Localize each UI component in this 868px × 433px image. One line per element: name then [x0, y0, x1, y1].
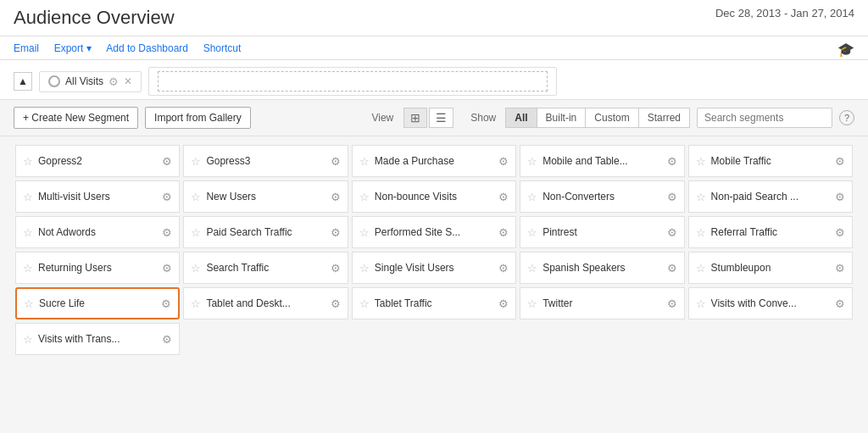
gear-icon[interactable]: ⚙ [667, 297, 677, 310]
gear-icon[interactable]: ⚙ [162, 191, 172, 203]
segment-name: Not Adwords [38, 226, 157, 238]
gear-icon[interactable]: ⚙ [835, 191, 845, 203]
date-range: Dec 28, 2013 - Jan 27, 2014 [715, 7, 854, 19]
star-icon[interactable]: ☆ [23, 262, 33, 275]
gear-icon[interactable]: ⚙ [667, 155, 677, 168]
gear-icon[interactable]: ⚙ [331, 226, 341, 239]
star-icon[interactable]: ☆ [527, 191, 537, 203]
gear-icon[interactable]: ⚙ [331, 191, 341, 203]
filter-custom-btn[interactable]: Custom [585, 108, 638, 128]
gear-icon[interactable]: ⚙ [161, 297, 171, 310]
segment-name: Referral Traffic [711, 226, 830, 238]
segment-card: ☆ Single Visit Users ⚙ [352, 252, 516, 284]
filter-all-btn[interactable]: All [505, 108, 537, 128]
segment-row: ▲ All Visits ⚙ ✕ [0, 60, 868, 100]
star-icon[interactable]: ☆ [527, 262, 537, 275]
gear-icon[interactable]: ⚙ [162, 226, 172, 239]
gear-icon[interactable]: ⚙ [835, 262, 845, 275]
star-icon[interactable]: ☆ [191, 297, 201, 310]
star-icon[interactable]: ☆ [359, 297, 370, 310]
segment-name: Returning Users [38, 262, 157, 274]
segment-card: ☆ Sucre Life ⚙ [15, 287, 180, 319]
segment-card: ☆ Mobile and Table... ⚙ [520, 145, 684, 177]
help-icon[interactable]: ? [839, 110, 854, 125]
segment-card: ☆ Made a Purchase ⚙ [352, 145, 516, 177]
radio-circle [48, 75, 60, 87]
filter-starred-btn[interactable]: Starred [638, 108, 690, 128]
hat-icon[interactable]: 🎓 [837, 42, 854, 58]
gear-icon[interactable]: ⚙ [835, 155, 845, 168]
add-dashboard-link[interactable]: Add to Dashboard [106, 42, 188, 54]
show-label: Show [470, 112, 496, 124]
import-gallery-btn[interactable]: Import from Gallery [145, 107, 251, 129]
star-icon[interactable]: ☆ [359, 191, 370, 203]
segment-gear-icon[interactable]: ⚙ [108, 75, 119, 88]
segment-card: ☆ Pintrest ⚙ [520, 216, 684, 248]
email-link[interactable]: Email [14, 42, 39, 54]
star-icon[interactable]: ☆ [23, 226, 33, 239]
star-icon[interactable]: ☆ [527, 297, 537, 310]
segment-card: ☆ Referral Traffic ⚙ [688, 216, 853, 248]
gear-icon[interactable]: ⚙ [498, 262, 509, 275]
segment-name: Gopress2 [38, 155, 157, 167]
segments-grid: ☆ Gopress2 ⚙ ☆ Gopress3 ⚙ ☆ Made a Purch… [0, 136, 868, 364]
segment-card: ☆ Visits with Trans... ⚙ [15, 323, 180, 355]
gear-icon[interactable]: ⚙ [835, 297, 845, 310]
segment-name: Visits with Conve... [711, 297, 830, 309]
star-icon[interactable]: ☆ [359, 226, 370, 239]
star-icon[interactable]: ☆ [24, 297, 34, 310]
star-icon[interactable]: ☆ [191, 262, 201, 275]
star-icon[interactable]: ☆ [527, 155, 537, 168]
segment-close-icon[interactable]: ✕ [124, 75, 132, 87]
all-visits-pill: All Visits ⚙ ✕ [39, 71, 142, 92]
star-icon[interactable]: ☆ [696, 297, 706, 310]
star-icon[interactable]: ☆ [359, 155, 370, 168]
list-view-btn[interactable]: ☰ [429, 108, 453, 128]
grid-view-btn[interactable]: ⊞ [403, 108, 427, 128]
gear-icon[interactable]: ⚙ [162, 333, 172, 346]
star-icon[interactable]: ☆ [23, 191, 33, 203]
star-icon[interactable]: ☆ [191, 191, 201, 203]
segment-card: ☆ Tablet Traffic ⚙ [352, 287, 516, 319]
shortcut-link[interactable]: Shortcut [203, 42, 242, 54]
gear-icon[interactable]: ⚙ [667, 226, 677, 239]
gear-icon[interactable]: ⚙ [331, 155, 341, 168]
export-link[interactable]: Export ▾ [54, 42, 92, 54]
action-bar: Email Export ▾ Add to Dashboard Shortcut… [0, 36, 868, 60]
gear-icon[interactable]: ⚙ [331, 297, 341, 310]
star-icon[interactable]: ☆ [696, 226, 706, 239]
star-icon[interactable]: ☆ [696, 155, 706, 168]
segment-name: Mobile and Table... [542, 155, 661, 167]
segment-card: ☆ Twitter ⚙ [520, 287, 684, 319]
gear-icon[interactable]: ⚙ [331, 262, 341, 275]
gear-icon[interactable]: ⚙ [835, 226, 845, 239]
gear-icon[interactable]: ⚙ [498, 226, 509, 239]
segment-card: ☆ Paid Search Traffic ⚙ [183, 216, 348, 248]
view-label: View [371, 112, 393, 124]
segment-name: Non-Converters [542, 191, 661, 203]
gear-icon[interactable]: ⚙ [667, 191, 677, 203]
star-icon[interactable]: ☆ [696, 191, 706, 203]
segment-name: Visits with Trans... [38, 333, 157, 345]
segment-name: Multi-visit Users [38, 191, 157, 203]
collapse-btn[interactable]: ▲ [14, 72, 32, 91]
gear-icon[interactable]: ⚙ [498, 155, 509, 168]
segment-name: Paid Search Traffic [206, 226, 325, 238]
star-icon[interactable]: ☆ [527, 226, 537, 239]
search-segments-input[interactable] [697, 108, 832, 128]
gear-icon[interactable]: ⚙ [162, 262, 172, 275]
filter-builtin-btn[interactable]: Built-in [537, 108, 587, 128]
gear-icon[interactable]: ⚙ [498, 297, 509, 310]
gear-icon[interactable]: ⚙ [498, 191, 509, 203]
gear-icon[interactable]: ⚙ [667, 262, 677, 275]
all-visits-label: All Visits [65, 75, 103, 87]
star-icon[interactable]: ☆ [191, 226, 201, 239]
star-icon[interactable]: ☆ [23, 155, 33, 168]
dotted-add-box[interactable] [158, 71, 548, 92]
star-icon[interactable]: ☆ [191, 155, 201, 168]
create-segment-btn[interactable]: + Create New Segment [14, 107, 138, 129]
star-icon[interactable]: ☆ [359, 262, 370, 275]
gear-icon[interactable]: ⚙ [162, 155, 172, 168]
star-icon[interactable]: ☆ [696, 262, 706, 275]
star-icon[interactable]: ☆ [23, 333, 33, 346]
